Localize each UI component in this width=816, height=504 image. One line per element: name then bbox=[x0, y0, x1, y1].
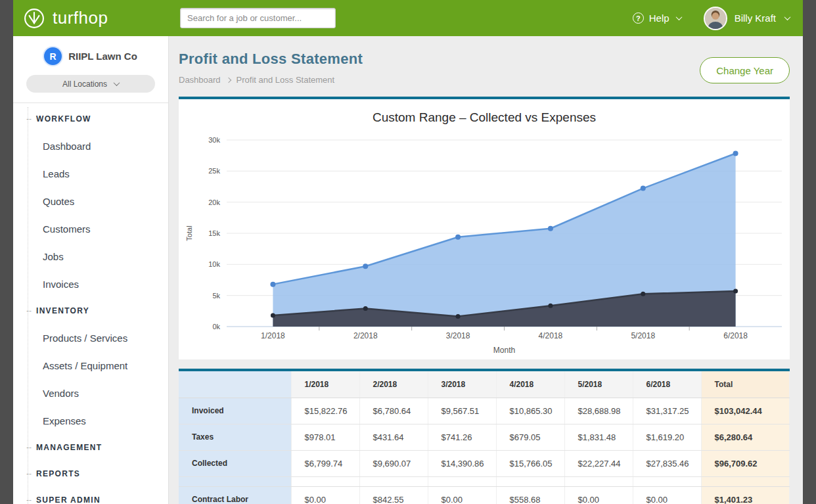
row-label: Taxes bbox=[179, 424, 291, 450]
money-cell: $27,835.46 bbox=[633, 450, 701, 476]
sidebar-item-customers[interactable]: Customers bbox=[13, 215, 168, 242]
sidebar-item-vendors[interactable]: Vendors bbox=[13, 379, 168, 407]
money-cell: $15,766.05 bbox=[496, 450, 564, 476]
row-total: $6,280.64 bbox=[701, 424, 790, 450]
table-row-invoiced: Invoiced$15,822.76$6,780.64$9,567.51$10,… bbox=[179, 398, 790, 424]
help-menu[interactable]: ? Help bbox=[633, 12, 681, 24]
money-cell: $9,690.07 bbox=[359, 450, 428, 476]
pl-chart: 0k5k10k15k20k25k30k1/20182/20183/20184/2… bbox=[179, 131, 790, 359]
nav-section-reports[interactable]: --REPORTS bbox=[13, 461, 168, 487]
company-name: RIIPL Lawn Co bbox=[68, 51, 137, 62]
nav-section-super-admin[interactable]: --SUPER ADMIN bbox=[13, 487, 168, 504]
table-header-row: 1/20182/20183/20184/20185/20186/2018Tota… bbox=[179, 371, 790, 398]
row-total: $103,042.44 bbox=[701, 398, 790, 424]
sidebar-item-assets-equipment[interactable]: Assets / Equipment bbox=[13, 352, 168, 379]
row-label: Invoiced bbox=[179, 398, 291, 424]
page-header: Profit and Loss Statement Dashboard Prof… bbox=[179, 51, 790, 85]
money-cell: $0.00 bbox=[428, 486, 496, 504]
brand-name: turfhop bbox=[53, 8, 108, 28]
sidebar-item-dashboard[interactable]: Dashboard bbox=[13, 132, 168, 160]
money-cell: $0.00 bbox=[633, 486, 701, 504]
global-search-input[interactable] bbox=[180, 8, 336, 28]
help-icon: ? bbox=[633, 12, 644, 24]
sidebar-item-invoices[interactable]: Invoices bbox=[13, 270, 168, 298]
money-cell: $31,317.25 bbox=[633, 398, 701, 424]
chevron-down-icon bbox=[114, 80, 120, 86]
locations-dropdown[interactable]: All Locations bbox=[26, 75, 155, 93]
spacer-cell bbox=[359, 476, 428, 486]
tree-branch-icon: -- bbox=[26, 469, 32, 478]
column-header-5-2018: 5/2018 bbox=[564, 371, 633, 398]
sidebar-item-quotes[interactable]: Quotes bbox=[13, 187, 168, 215]
pl-table: 1/20182/20183/20184/20185/20186/2018Tota… bbox=[179, 371, 790, 504]
sidebar-nav: --WORKFLOWDashboardLeadsQuotesCustomersJ… bbox=[13, 103, 168, 504]
money-cell: $28,688.98 bbox=[564, 398, 633, 424]
nav-section-inventory[interactable]: --INVENTORY bbox=[13, 298, 168, 324]
svg-text:20k: 20k bbox=[208, 198, 220, 206]
user-avatar bbox=[704, 7, 727, 30]
sidebar-item-products-services[interactable]: Products / Services bbox=[13, 324, 168, 352]
nav-section-management[interactable]: --MANAGEMENT bbox=[13, 434, 168, 461]
money-cell: $558.68 bbox=[496, 486, 564, 504]
column-header-4-2018: 4/2018 bbox=[496, 371, 564, 398]
column-header-2-2018: 2/2018 bbox=[359, 371, 428, 398]
svg-text:2/2018: 2/2018 bbox=[353, 331, 378, 340]
pl-chart-svg: 0k5k10k15k20k25k30k1/20182/20183/20184/2… bbox=[179, 131, 790, 359]
tree-branch-icon: -- bbox=[26, 306, 32, 315]
money-cell: $679.05 bbox=[496, 424, 564, 450]
svg-text:15k: 15k bbox=[208, 229, 220, 237]
page-title: Profit and Loss Statement bbox=[179, 51, 363, 68]
money-cell: $22,227.44 bbox=[564, 450, 633, 476]
row-total: $96,709.62 bbox=[701, 450, 790, 476]
nav-section-label: WORKFLOW bbox=[36, 114, 91, 124]
row-label: Collected bbox=[179, 450, 291, 476]
spacer-cell bbox=[633, 476, 701, 486]
top-navbar: turfhop ? Help bbox=[13, 0, 803, 36]
table-card: 1/20182/20183/20184/20185/20186/2018Tota… bbox=[179, 369, 790, 504]
money-cell: $14,390.86 bbox=[428, 450, 496, 476]
money-cell: $9,567.51 bbox=[428, 398, 496, 424]
breadcrumb-current: Profit and Loss Statement bbox=[237, 75, 335, 85]
help-label: Help bbox=[649, 12, 669, 24]
chevron-right-icon bbox=[225, 77, 231, 82]
turfhop-logo-icon bbox=[22, 7, 46, 30]
change-year-button[interactable]: Change Year bbox=[700, 57, 790, 83]
user-name: Billy Kraft bbox=[735, 12, 776, 24]
turfhop-brand[interactable]: turfhop bbox=[22, 7, 180, 30]
user-menu[interactable]: Billy Kraft bbox=[704, 7, 790, 30]
chart-card: Custom Range – Collected vs Expenses 0k5… bbox=[179, 97, 790, 359]
app-window: turfhop ? Help bbox=[13, 0, 803, 504]
spacer-cell bbox=[179, 476, 291, 486]
money-cell: $0.00 bbox=[291, 486, 359, 504]
sidebar-item-jobs[interactable]: Jobs bbox=[13, 242, 168, 270]
svg-text:3/2018: 3/2018 bbox=[446, 331, 470, 340]
svg-text:6/2018: 6/2018 bbox=[723, 331, 748, 340]
money-cell: $0.00 bbox=[564, 486, 633, 504]
sidebar: R RIIPL Lawn Co All Locations --WORKFLOW… bbox=[13, 36, 169, 504]
breadcrumb: Dashboard Profit and Loss Statement bbox=[179, 75, 363, 85]
spacer-cell bbox=[701, 476, 790, 486]
locations-label: All Locations bbox=[62, 80, 107, 89]
svg-text:5/2018: 5/2018 bbox=[631, 331, 655, 340]
body-row: R RIIPL Lawn Co All Locations --WORKFLOW… bbox=[13, 36, 803, 504]
topbar-right: ? Help Billy Kraft bbox=[633, 7, 790, 30]
nav-section-workflow[interactable]: --WORKFLOW bbox=[13, 106, 168, 132]
spacer-cell bbox=[564, 476, 633, 486]
svg-text:Month: Month bbox=[493, 346, 515, 355]
company-header: R RIIPL Lawn Co All Locations bbox=[13, 36, 168, 103]
table-row-taxes: Taxes$978.01$431.64$741.26$679.05$1,831.… bbox=[179, 424, 790, 450]
money-cell: $6,799.74 bbox=[291, 450, 359, 476]
sidebar-item-expenses[interactable]: Expenses bbox=[13, 407, 168, 434]
sidebar-item-leads[interactable]: Leads bbox=[13, 160, 168, 187]
nav-section-label: MANAGEMENT bbox=[36, 443, 102, 452]
money-cell: $6,780.64 bbox=[359, 398, 428, 424]
nav-section-label: INVENTORY bbox=[36, 306, 89, 315]
svg-text:10k: 10k bbox=[208, 260, 220, 268]
money-cell: $741.26 bbox=[428, 424, 496, 450]
svg-text:Total: Total bbox=[185, 225, 193, 241]
spacer-cell bbox=[496, 476, 564, 486]
breadcrumb-dashboard[interactable]: Dashboard bbox=[179, 75, 221, 85]
column-header-6-2018: 6/2018 bbox=[633, 371, 701, 398]
svg-text:0k: 0k bbox=[212, 323, 220, 331]
column-header-3-2018: 3/2018 bbox=[428, 371, 496, 398]
